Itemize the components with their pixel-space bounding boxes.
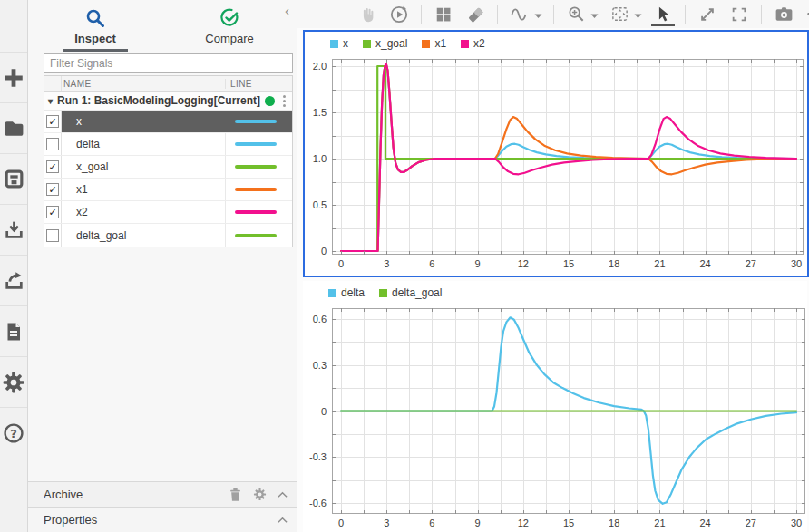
signal-row[interactable]: ✓x1 xyxy=(44,179,292,201)
archive-delete-button[interactable] xyxy=(229,488,242,502)
signal-checkbox[interactable]: ✓ xyxy=(44,179,62,200)
save-icon xyxy=(3,168,25,190)
signal-name: x1 xyxy=(62,179,226,200)
import-button[interactable] xyxy=(0,204,27,255)
signal-line-cell[interactable] xyxy=(226,111,292,132)
legend-swatch xyxy=(330,40,338,48)
create-report-button[interactable] xyxy=(0,305,27,356)
replay-button[interactable] xyxy=(387,3,411,26)
signal-name: x xyxy=(62,111,226,132)
plot-legend: xx_goalx1x2 xyxy=(330,37,485,50)
properties-section-header[interactable]: Properties xyxy=(28,507,297,532)
legend-swatch xyxy=(379,289,387,297)
replay-icon xyxy=(389,5,409,24)
signal-name: delta_goal xyxy=(62,224,226,247)
fit-to-view-button[interactable] xyxy=(608,3,631,26)
signal-checkbox[interactable]: ✓ xyxy=(44,156,62,178)
chevron-up-icon xyxy=(278,491,288,498)
plot-canvas[interactable]: 03691215182124273000.51.01.52.0 xyxy=(305,32,807,276)
export-icon xyxy=(3,269,25,292)
fit-to-view-icon xyxy=(610,5,629,24)
run-row[interactable]: ▾ Run 1: BasicModelingLogging[Current] xyxy=(44,92,292,111)
signal-line-cell[interactable] xyxy=(226,179,292,200)
clear-subplot-button[interactable] xyxy=(463,3,487,26)
plot-settings-button[interactable] xyxy=(804,3,809,26)
tab-compare[interactable]: Compare xyxy=(162,0,297,52)
signals-menu-button[interactable] xyxy=(508,3,531,26)
run-label: Run 1: BasicModelingLogging[Current] xyxy=(57,94,261,107)
y-tick-label: 2.0 xyxy=(313,61,327,72)
legend-item[interactable]: x_goal xyxy=(363,37,407,50)
x-tick-label: 24 xyxy=(699,517,710,528)
open-button[interactable] xyxy=(0,102,27,153)
archive-section-header[interactable]: Archive xyxy=(28,481,297,507)
signal-row[interactable]: delta xyxy=(44,133,292,156)
run-menu-button[interactable] xyxy=(278,95,289,107)
signal-line-cell[interactable] xyxy=(226,156,292,178)
save-button[interactable] xyxy=(0,153,27,204)
eraser-icon xyxy=(466,5,485,24)
hand-icon xyxy=(358,5,376,24)
sidebar-tabs: Inspect Compare ‹ xyxy=(28,0,297,52)
signal-line-cell[interactable] xyxy=(226,201,292,223)
filter-signals-input[interactable] xyxy=(44,53,293,73)
app-window: ? Inspect Compare ‹ NAME LINE xyxy=(0,0,809,532)
zoom-menu-caret[interactable] xyxy=(590,6,599,23)
help-button[interactable]: ? xyxy=(0,407,27,458)
x-tick-label: 18 xyxy=(609,258,619,269)
collapse-run-icon[interactable]: ▾ xyxy=(48,96,53,106)
signals-menu-caret[interactable] xyxy=(534,6,543,23)
properties-collapse-button[interactable] xyxy=(278,517,288,524)
zoom-in-button[interactable] xyxy=(564,3,588,26)
signal-row[interactable]: ✓x_goal xyxy=(44,156,292,179)
y-tick-label: 1.5 xyxy=(313,107,327,118)
gear-icon xyxy=(253,488,267,501)
gear-icon xyxy=(2,371,25,394)
legend-item[interactable]: x1 xyxy=(422,37,446,50)
signal-row[interactable]: ✓x2 xyxy=(44,201,292,224)
legend-item[interactable]: x xyxy=(330,37,348,50)
legend-swatch xyxy=(422,40,430,48)
signal-checkbox[interactable]: ✓ xyxy=(44,111,62,132)
gear-icon xyxy=(806,5,809,24)
legend-item[interactable]: x2 xyxy=(461,37,485,50)
collapse-sidebar-button[interactable]: ‹ xyxy=(281,2,293,19)
signal-line-cell[interactable] xyxy=(226,133,292,155)
fullscreen-button[interactable] xyxy=(727,3,751,26)
app-toolbar-strip: ? xyxy=(0,0,28,532)
signal-line-swatch xyxy=(235,188,277,191)
pointer-button[interactable] xyxy=(651,3,675,26)
preferences-button[interactable] xyxy=(0,356,27,407)
x-tick-label: 27 xyxy=(746,258,756,269)
legend-item[interactable]: delta_goal xyxy=(379,286,442,299)
archive-collapse-button[interactable] xyxy=(278,491,288,498)
plot-area: xx_goalx1x203691215182124273000.51.01.52… xyxy=(297,0,809,532)
signal-checkbox[interactable] xyxy=(44,224,62,247)
signal-table: NAME LINE ▾ Run 1: BasicModelingLogging[… xyxy=(44,75,293,247)
signal-line-swatch xyxy=(235,120,277,123)
trash-icon xyxy=(229,488,242,502)
signal-checkbox[interactable]: ✓ xyxy=(44,201,62,223)
x-tick-label: 18 xyxy=(609,517,619,528)
run-status-dot xyxy=(265,96,275,106)
signal-row[interactable]: ✓x xyxy=(44,111,292,133)
signal-checkbox[interactable] xyxy=(44,133,62,155)
layout-button[interactable] xyxy=(432,3,455,26)
plot-canvas[interactable]: 036912151821242730-0.6-0.300.30.6 xyxy=(303,281,807,532)
archive-settings-button[interactable] xyxy=(253,488,267,501)
subplot-1[interactable]: xx_goalx1x203691215182124273000.51.01.52… xyxy=(303,30,809,277)
expand-button[interactable] xyxy=(696,3,719,26)
x-tick-label: 30 xyxy=(791,258,802,269)
legend-item[interactable]: delta xyxy=(328,286,365,299)
y-tick-label: 0.6 xyxy=(313,314,327,324)
legend-swatch xyxy=(363,40,371,48)
tab-inspect[interactable]: Inspect xyxy=(28,0,162,52)
fit-menu-caret[interactable] xyxy=(634,6,643,23)
signal-line-cell[interactable] xyxy=(226,224,292,247)
snapshot-button[interactable] xyxy=(772,3,795,26)
subplot-2[interactable]: deltadelta_goal036912151821242730-0.6-0.… xyxy=(303,281,807,532)
signal-row[interactable]: delta_goal xyxy=(44,224,292,247)
new-run-button[interactable] xyxy=(0,52,27,102)
export-button[interactable] xyxy=(0,255,27,305)
pan-button xyxy=(356,3,379,26)
